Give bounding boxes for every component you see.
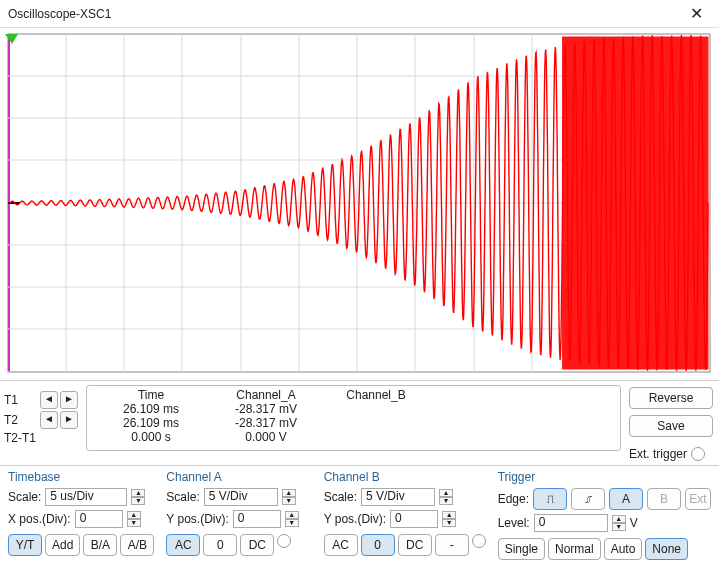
control-panel: T1 ◄ ► T2 ◄ ► T2-T1 Time Channel_A Chann… (0, 380, 719, 570)
chb-zero-button[interactable]: 0 (361, 534, 395, 556)
add-button[interactable]: Add (45, 534, 80, 556)
cha-header: Channel A (166, 470, 311, 484)
t2-right-button[interactable]: ► (60, 411, 78, 429)
t2-time: 26.109 ms (91, 416, 211, 430)
trig-auto-button[interactable]: Auto (604, 538, 643, 560)
trig-src-a-button[interactable]: A (609, 488, 643, 510)
cha-scale-input[interactable]: 5 V/Div (204, 488, 278, 506)
channel-a-panel: Channel A Scale: 5 V/Div ▲▼ Y pos.(Div):… (162, 468, 315, 562)
ab-button[interactable]: A/B (120, 534, 154, 556)
trig-src-b-button[interactable]: B (647, 488, 681, 510)
cha-zero-button[interactable]: 0 (203, 534, 237, 556)
chb-header: Channel B (324, 470, 486, 484)
titlebar: Oscilloscope-XSC1 ✕ (0, 0, 719, 28)
channel-b-panel: Channel B Scale: 5 V/Div ▲▼ Y pos.(Div):… (320, 468, 490, 562)
scope-canvas (0, 28, 719, 380)
chb-ypos-label: Y pos.(Div): (324, 512, 386, 526)
t2-cha: -28.317 mV (211, 416, 321, 430)
cha-ypos-spinner[interactable]: ▲▼ (285, 511, 299, 527)
chb-dc-button[interactable]: DC (398, 534, 432, 556)
cha-ac-button[interactable]: AC (166, 534, 200, 556)
level-label: Level: (498, 516, 530, 530)
level-spinner[interactable]: ▲▼ (612, 515, 626, 531)
cha-ypos-input[interactable]: 0 (233, 510, 281, 528)
diff-cha: 0.000 V (211, 430, 321, 444)
chb-scale-input[interactable]: 5 V/Div (361, 488, 435, 506)
yt-button[interactable]: Y/T (8, 534, 42, 556)
ba-button[interactable]: B/A (83, 534, 117, 556)
timebase-header: Timebase (8, 470, 154, 484)
trig-normal-button[interactable]: Normal (548, 538, 601, 560)
chb-ypos-input[interactable]: 0 (390, 510, 438, 528)
t1-left-button[interactable]: ◄ (40, 391, 58, 409)
edge-falling-button[interactable]: ⎎ (571, 488, 605, 510)
col-time: Time (91, 388, 211, 402)
chb-ac-button[interactable]: AC (324, 534, 358, 556)
t2-left-button[interactable]: ◄ (40, 411, 58, 429)
col-channel-a: Channel_A (211, 388, 321, 402)
cha-scale-spinner[interactable]: ▲▼ (282, 489, 296, 505)
edge-label: Edge: (498, 492, 529, 506)
window-title: Oscilloscope-XSC1 (8, 7, 682, 21)
xpos-spinner[interactable]: ▲▼ (127, 511, 141, 527)
save-button[interactable]: Save (629, 415, 713, 437)
measurement-row: T1 ◄ ► T2 ◄ ► T2-T1 Time Channel_A Chann… (0, 380, 719, 466)
cha-dc-button[interactable]: DC (240, 534, 274, 556)
t1-time: 26.109 ms (91, 402, 211, 416)
t2-label: T2 (4, 413, 38, 427)
chb-scale-label: Scale: (324, 490, 357, 504)
reverse-button[interactable]: Reverse (629, 387, 713, 409)
measurement-readout: Time Channel_A Channel_B 26.109 ms -28.3… (86, 385, 621, 451)
chb-jack-icon (472, 534, 486, 548)
t1-cha: -28.317 mV (211, 402, 321, 416)
cha-jack-icon (277, 534, 291, 548)
t2-t1-label: T2-T1 (4, 431, 38, 445)
ext-trigger-label: Ext. trigger (629, 447, 687, 461)
chb-invert-button[interactable]: - (435, 534, 469, 556)
level-input[interactable]: 0 (534, 514, 608, 532)
trigger-panel: Trigger Edge: ⎍ ⎎ A B Ext Level: 0 ▲▼ V … (494, 468, 715, 562)
scope-display (0, 28, 719, 380)
t1-right-button[interactable]: ► (60, 391, 78, 409)
level-unit: V (630, 516, 638, 530)
chb-ypos-spinner[interactable]: ▲▼ (442, 511, 456, 527)
col-channel-b: Channel_B (321, 388, 431, 402)
cha-scale-label: Scale: (166, 490, 199, 504)
timebase-panel: Timebase Scale: 5 us/Div ▲▼ X pos.(Div):… (4, 468, 158, 562)
cha-ypos-label: Y pos.(Div): (166, 512, 228, 526)
timebase-scale-spinner[interactable]: ▲▼ (131, 489, 145, 505)
ext-trigger-jack-icon (691, 447, 705, 461)
t1-label: T1 (4, 393, 38, 407)
trig-none-button[interactable]: None (645, 538, 688, 560)
xpos-label: X pos.(Div): (8, 512, 71, 526)
diff-time: 0.000 s (91, 430, 211, 444)
cursor-controls: T1 ◄ ► T2 ◄ ► T2-T1 (4, 385, 78, 445)
edge-rising-button[interactable]: ⎍ (533, 488, 567, 510)
timebase-scale-input[interactable]: 5 us/Div (45, 488, 127, 506)
trigger-header: Trigger (498, 470, 711, 484)
chb-scale-spinner[interactable]: ▲▼ (439, 489, 453, 505)
xpos-input[interactable]: 0 (75, 510, 123, 528)
trig-single-button[interactable]: Single (498, 538, 545, 560)
close-icon[interactable]: ✕ (682, 2, 711, 25)
timebase-scale-label: Scale: (8, 490, 41, 504)
trig-src-ext-button[interactable]: Ext (685, 488, 711, 510)
